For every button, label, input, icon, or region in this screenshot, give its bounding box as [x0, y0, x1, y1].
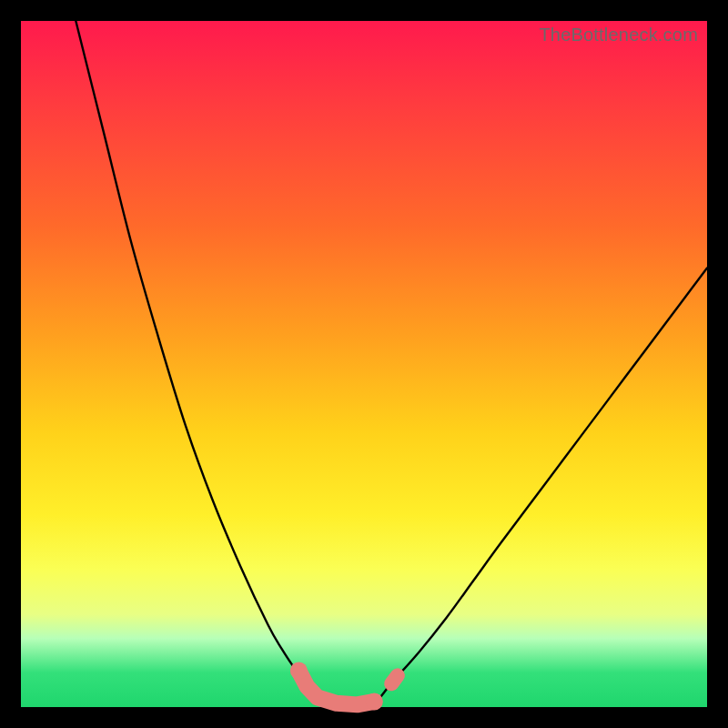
worm-end-right [366, 693, 383, 710]
worm-end-left [290, 662, 308, 680]
valley-markers [290, 662, 398, 711]
curve-path [76, 21, 707, 705]
valley-worm-right [391, 675, 398, 683]
valley-worm-main [298, 671, 374, 704]
chart-frame: TheBottleneck.com [0, 0, 728, 728]
plot-area: TheBottleneck.com [21, 21, 707, 707]
bottleneck-curve [21, 21, 707, 707]
